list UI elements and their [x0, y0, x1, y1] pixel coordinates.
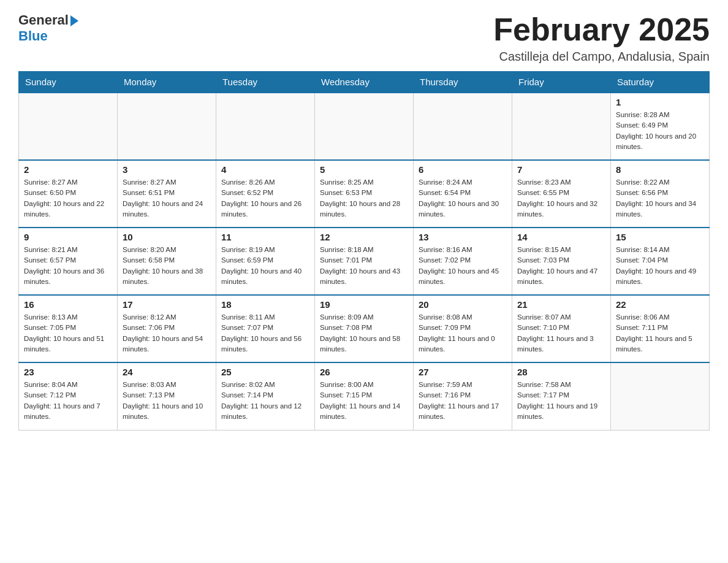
calendar-cell: 6Sunrise: 8:24 AM Sunset: 6:54 PM Daylig… [414, 160, 512, 228]
calendar-cell [315, 93, 414, 160]
day-number: 14 [517, 232, 605, 242]
week-row-2: 2Sunrise: 8:27 AM Sunset: 6:50 PM Daylig… [19, 160, 710, 228]
day-info: Sunrise: 8:16 AM Sunset: 7:02 PM Dayligh… [419, 245, 507, 287]
calendar-cell: 22Sunrise: 8:06 AM Sunset: 7:11 PM Dayli… [611, 295, 710, 362]
day-info: Sunrise: 8:28 AM Sunset: 6:49 PM Dayligh… [616, 110, 704, 152]
calendar-cell: 9Sunrise: 8:21 AM Sunset: 6:57 PM Daylig… [19, 228, 118, 295]
calendar-cell: 18Sunrise: 8:11 AM Sunset: 7:07 PM Dayli… [216, 295, 315, 362]
day-number: 12 [320, 232, 408, 242]
day-number: 20 [419, 299, 507, 310]
day-info: Sunrise: 8:14 AM Sunset: 7:04 PM Dayligh… [616, 245, 704, 287]
day-number: 21 [517, 299, 605, 310]
day-info: Sunrise: 7:59 AM Sunset: 7:16 PM Dayligh… [419, 380, 507, 422]
day-info: Sunrise: 8:02 AM Sunset: 7:14 PM Dayligh… [221, 380, 309, 422]
day-number: 16 [24, 299, 112, 310]
day-info: Sunrise: 8:20 AM Sunset: 6:58 PM Dayligh… [123, 245, 211, 287]
day-info: Sunrise: 8:08 AM Sunset: 7:09 PM Dayligh… [419, 312, 507, 354]
calendar-cell: 28Sunrise: 7:58 AM Sunset: 7:17 PM Dayli… [512, 362, 611, 430]
logo-text-blue: Blue [18, 28, 48, 44]
day-number: 13 [419, 232, 507, 242]
calendar-cell [512, 93, 611, 160]
week-row-1: 1Sunrise: 8:28 AM Sunset: 6:49 PM Daylig… [19, 93, 710, 160]
day-info: Sunrise: 8:27 AM Sunset: 6:51 PM Dayligh… [123, 177, 211, 220]
header-row: Sunday Monday Tuesday Wednesday Thursday… [19, 72, 710, 93]
logo: General Blue [18, 12, 78, 44]
day-info: Sunrise: 8:19 AM Sunset: 6:59 PM Dayligh… [221, 245, 309, 287]
col-tuesday: Tuesday [216, 72, 315, 93]
calendar-cell: 17Sunrise: 8:12 AM Sunset: 7:06 PM Dayli… [118, 295, 216, 362]
calendar-cell: 4Sunrise: 8:26 AM Sunset: 6:52 PM Daylig… [216, 160, 315, 228]
day-number: 27 [419, 367, 507, 377]
day-number: 6 [419, 164, 507, 175]
calendar-cell: 23Sunrise: 8:04 AM Sunset: 7:12 PM Dayli… [19, 362, 118, 430]
calendar-cell: 21Sunrise: 8:07 AM Sunset: 7:10 PM Dayli… [512, 295, 611, 362]
day-info: Sunrise: 7:58 AM Sunset: 7:17 PM Dayligh… [517, 380, 605, 422]
day-number: 4 [221, 164, 309, 175]
day-number: 22 [616, 299, 704, 310]
calendar-cell: 5Sunrise: 8:25 AM Sunset: 6:53 PM Daylig… [315, 160, 414, 228]
day-number: 2 [24, 164, 112, 175]
day-number: 25 [221, 367, 309, 377]
col-thursday: Thursday [414, 72, 512, 93]
calendar-cell: 3Sunrise: 8:27 AM Sunset: 6:51 PM Daylig… [118, 160, 216, 228]
day-number: 10 [123, 232, 211, 242]
calendar-cell: 12Sunrise: 8:18 AM Sunset: 7:01 PM Dayli… [315, 228, 414, 295]
day-number: 24 [123, 367, 211, 377]
day-info: Sunrise: 8:27 AM Sunset: 6:50 PM Dayligh… [24, 177, 112, 220]
calendar-cell [611, 362, 710, 430]
col-monday: Monday [118, 72, 216, 93]
calendar-cell: 20Sunrise: 8:08 AM Sunset: 7:09 PM Dayli… [414, 295, 512, 362]
day-number: 15 [616, 232, 704, 242]
day-number: 7 [517, 164, 605, 175]
month-title: February 2025 [493, 12, 710, 47]
calendar-cell: 2Sunrise: 8:27 AM Sunset: 6:50 PM Daylig… [19, 160, 118, 228]
logo-arrow-icon [70, 15, 78, 26]
day-info: Sunrise: 8:04 AM Sunset: 7:12 PM Dayligh… [24, 380, 112, 422]
location-subtitle: Castilleja del Campo, Andalusia, Spain [493, 50, 710, 64]
day-info: Sunrise: 8:06 AM Sunset: 7:11 PM Dayligh… [616, 312, 704, 354]
week-row-5: 23Sunrise: 8:04 AM Sunset: 7:12 PM Dayli… [19, 362, 710, 430]
col-friday: Friday [512, 72, 611, 93]
day-info: Sunrise: 8:22 AM Sunset: 6:56 PM Dayligh… [616, 177, 704, 220]
calendar-cell: 8Sunrise: 8:22 AM Sunset: 6:56 PM Daylig… [611, 160, 710, 228]
day-info: Sunrise: 8:13 AM Sunset: 7:05 PM Dayligh… [24, 312, 112, 354]
day-number: 5 [320, 164, 408, 175]
calendar-table: Sunday Monday Tuesday Wednesday Thursday… [18, 71, 710, 431]
day-number: 23 [24, 367, 112, 377]
calendar-cell: 11Sunrise: 8:19 AM Sunset: 6:59 PM Dayli… [216, 228, 315, 295]
calendar-cell: 25Sunrise: 8:02 AM Sunset: 7:14 PM Dayli… [216, 362, 315, 430]
calendar-cell: 7Sunrise: 8:23 AM Sunset: 6:55 PM Daylig… [512, 160, 611, 228]
day-info: Sunrise: 8:26 AM Sunset: 6:52 PM Dayligh… [221, 177, 309, 220]
logo-text-general: General [18, 12, 69, 28]
calendar-cell [216, 93, 315, 160]
week-row-4: 16Sunrise: 8:13 AM Sunset: 7:05 PM Dayli… [19, 295, 710, 362]
day-info: Sunrise: 8:00 AM Sunset: 7:15 PM Dayligh… [320, 380, 408, 422]
day-number: 3 [123, 164, 211, 175]
day-number: 17 [123, 299, 211, 310]
calendar-cell: 24Sunrise: 8:03 AM Sunset: 7:13 PM Dayli… [118, 362, 216, 430]
calendar-cell: 10Sunrise: 8:20 AM Sunset: 6:58 PM Dayli… [118, 228, 216, 295]
day-number: 8 [616, 164, 704, 175]
day-number: 26 [320, 367, 408, 377]
day-info: Sunrise: 8:25 AM Sunset: 6:53 PM Dayligh… [320, 177, 408, 220]
calendar-cell: 27Sunrise: 7:59 AM Sunset: 7:16 PM Dayli… [414, 362, 512, 430]
day-number: 1 [616, 97, 704, 107]
calendar-cell: 13Sunrise: 8:16 AM Sunset: 7:02 PM Dayli… [414, 228, 512, 295]
day-info: Sunrise: 8:09 AM Sunset: 7:08 PM Dayligh… [320, 312, 408, 354]
col-saturday: Saturday [611, 72, 710, 93]
day-info: Sunrise: 8:12 AM Sunset: 7:06 PM Dayligh… [123, 312, 211, 354]
day-info: Sunrise: 8:18 AM Sunset: 7:01 PM Dayligh… [320, 245, 408, 287]
calendar-cell: 15Sunrise: 8:14 AM Sunset: 7:04 PM Dayli… [611, 228, 710, 295]
calendar-cell [414, 93, 512, 160]
day-number: 11 [221, 232, 309, 242]
calendar-cell: 1Sunrise: 8:28 AM Sunset: 6:49 PM Daylig… [611, 93, 710, 160]
day-number: 9 [24, 232, 112, 242]
col-wednesday: Wednesday [315, 72, 414, 93]
day-info: Sunrise: 8:07 AM Sunset: 7:10 PM Dayligh… [517, 312, 605, 354]
day-number: 28 [517, 367, 605, 377]
day-number: 18 [221, 299, 309, 310]
day-info: Sunrise: 8:23 AM Sunset: 6:55 PM Dayligh… [517, 177, 605, 220]
calendar-cell: 19Sunrise: 8:09 AM Sunset: 7:08 PM Dayli… [315, 295, 414, 362]
week-row-3: 9Sunrise: 8:21 AM Sunset: 6:57 PM Daylig… [19, 228, 710, 295]
calendar-cell [19, 93, 118, 160]
